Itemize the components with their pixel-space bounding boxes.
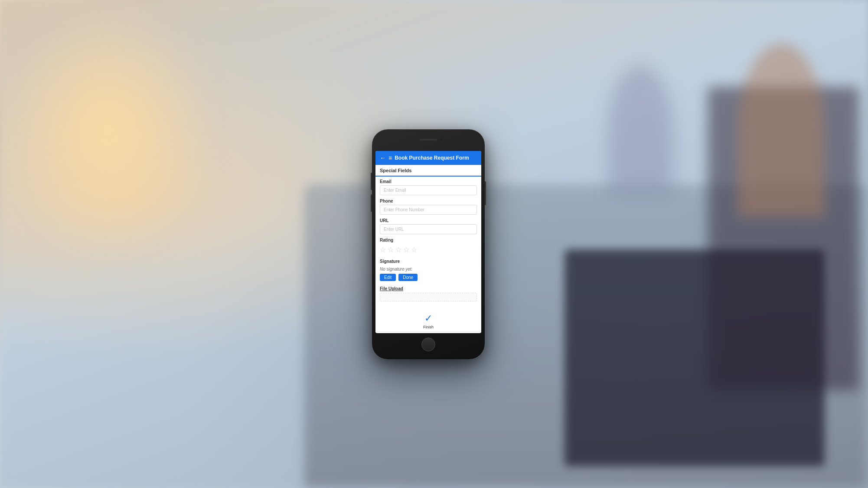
phone-screen: ← ≡ Book Purchase Request Form Special F… [375, 151, 481, 333]
rating-label: Rating [380, 238, 477, 242]
no-signature-text: No signature yet. [380, 267, 477, 272]
phone-camera [440, 138, 442, 141]
star-2[interactable]: ☆ [388, 246, 394, 254]
file-upload-label[interactable]: File Upload [380, 286, 477, 291]
star-3[interactable]: ☆ [395, 246, 401, 254]
signature-edit-button[interactable]: Edit [380, 274, 396, 281]
star-5[interactable]: ☆ [411, 246, 417, 254]
bg-person1 [608, 65, 673, 195]
rating-stars[interactable]: ☆ ☆ ☆ ☆ ☆ [380, 244, 477, 255]
phone-home-button[interactable] [421, 337, 435, 351]
phone-power-btn [485, 181, 486, 205]
bg-warm-light [0, 0, 217, 260]
phone-field-group: Phone [380, 199, 477, 215]
phone: ← ≡ Book Purchase Request Form Special F… [372, 129, 485, 359]
phone-volume-up [371, 173, 372, 190]
star-1[interactable]: ☆ [380, 246, 386, 254]
signature-field-group: Signature No signature yet. Edit Done [380, 259, 477, 283]
menu-icon[interactable]: ≡ [388, 154, 392, 161]
star-4[interactable]: ☆ [403, 246, 409, 254]
url-field-group: URL [380, 218, 477, 234]
app-header: ← ≡ Book Purchase Request Form [375, 151, 481, 165]
url-label: URL [380, 218, 477, 223]
signature-area: No signature yet. Edit Done [380, 265, 477, 283]
phone-body: ← ≡ Book Purchase Request Form Special F… [372, 129, 485, 359]
finish-area: ✓ Finish [375, 309, 481, 331]
signature-buttons: Edit Done [380, 274, 477, 281]
phone-label: Phone [380, 199, 477, 203]
email-label: Email [380, 179, 477, 184]
email-input[interactable] [380, 185, 477, 195]
phone-input[interactable] [380, 205, 477, 215]
app-title: Book Purchase Request Form [395, 155, 477, 161]
form-section: Email Phone URL Rating [375, 177, 481, 309]
finish-label: Finish [375, 325, 481, 329]
url-input[interactable] [380, 224, 477, 234]
phone-volume-down [371, 194, 372, 212]
back-button[interactable]: ← [380, 154, 386, 161]
app-content: Special Fields Email Phone U [375, 165, 481, 332]
finish-icon[interactable]: ✓ [375, 313, 481, 324]
phone-speaker [420, 139, 437, 141]
section-header: Special Fields [375, 165, 481, 177]
rating-field-group: Rating ☆ ☆ ☆ ☆ ☆ [380, 238, 477, 255]
file-upload-area[interactable] [380, 293, 477, 301]
email-field-group: Email [380, 179, 477, 195]
file-upload-field-group: File Upload [380, 286, 477, 301]
signature-done-button[interactable]: Done [398, 274, 418, 281]
bg-person2 [738, 43, 825, 217]
signature-label: Signature [380, 259, 477, 264]
